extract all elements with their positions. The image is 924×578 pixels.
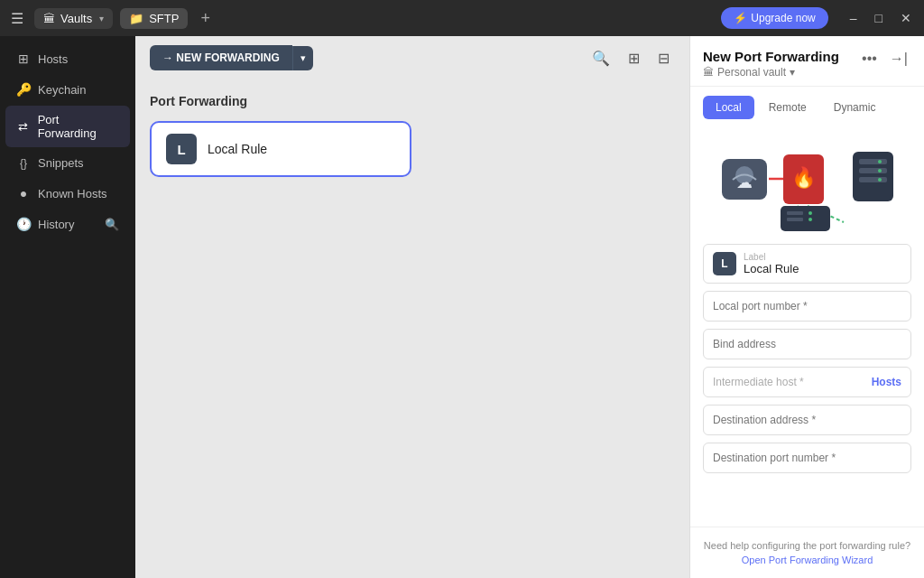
vault-tab[interactable]: 🏛 Vaults ▾ [34, 8, 113, 29]
svg-text:☁: ☁ [736, 173, 753, 191]
close-button[interactable]: ✕ [895, 9, 917, 27]
hosts-link-button[interactable]: Hosts [872, 376, 901, 388]
sidebar-item-label-port-forwarding: Port Forwarding [38, 113, 119, 140]
search-button[interactable]: 🔍 [587, 46, 615, 70]
sidebar-item-known-hosts[interactable]: ● Known Hosts [5, 179, 130, 208]
titlebar: ☰ 🏛 Vaults ▾ 📁 SFTP + ⚡ Upgrade now – □ … [0, 0, 924, 36]
panel-header: New Port Forwarding 🏛 Personal vault ▾ •… [690, 36, 924, 87]
label-caption: Label [744, 252, 799, 262]
destination-port-input[interactable] [703, 443, 911, 473]
panel-form: L Label Local Rule Intermediate host * H… [690, 244, 924, 527]
sidebar-item-label-hosts: Hosts [38, 52, 68, 66]
page-title: Port Forwarding [150, 94, 675, 108]
svg-point-12 [878, 178, 882, 182]
sftp-folder-icon: 📁 [129, 12, 143, 25]
hosts-icon: ⊞ [16, 51, 31, 66]
upgrade-icon: ⚡ [734, 12, 747, 24]
open-wizard-link[interactable]: Open Port Forwarding Wizard [703, 555, 911, 565]
window-controls: – □ ✕ [845, 9, 917, 27]
label-text-group: Label Local Rule [744, 252, 799, 275]
sidebar-item-label-snippets: Snippets [38, 156, 84, 170]
vault-tab-label: Vaults [60, 12, 92, 25]
sidebar-item-hosts[interactable]: ⊞ Hosts [5, 44, 130, 73]
sftp-tab[interactable]: 📁 SFTP [120, 8, 188, 29]
snippets-icon: {} [16, 157, 31, 170]
minimize-button[interactable]: – [845, 9, 863, 27]
known-hosts-icon: ● [16, 186, 31, 200]
destination-address-input[interactable] [703, 405, 911, 435]
svg-point-19 [808, 218, 812, 221]
panel-title: New Port Forwarding [703, 49, 839, 64]
keychain-icon: 🔑 [16, 82, 31, 97]
history-search-icon[interactable]: 🔍 [105, 218, 119, 231]
panel-header-actions: ••• →| [858, 49, 911, 69]
label-value: Local Rule [744, 262, 799, 275]
svg-rect-17 [787, 218, 803, 221]
add-tab-button[interactable]: + [195, 7, 216, 30]
svg-point-10 [878, 160, 882, 163]
content-area: → NEW FORWARDING ▾ 🔍 ⊞ ⊟ Port Forwarding… [135, 36, 689, 578]
tab-local[interactable]: Local [703, 96, 754, 119]
tab-dynamic[interactable]: Dynamic [821, 96, 889, 119]
port-forwarding-content: Port Forwarding L Local Rule [135, 79, 689, 578]
panel-tabs: Local Remote Dynamic [690, 87, 924, 119]
sidebar-item-port-forwarding[interactable]: ⇄ Port Forwarding [5, 106, 130, 147]
card-label: Local Rule [208, 142, 267, 156]
svg-rect-7 [859, 159, 887, 164]
intermediate-host-label: Intermediate host * [713, 376, 804, 388]
panel-illustration: ☁ 🔥 [690, 119, 924, 244]
layout-view-button[interactable]: ⊟ [652, 46, 675, 70]
panel-subtitle-chevron: ▾ [790, 66, 795, 79]
port-forwarding-diagram: ☁ 🔥 [713, 132, 902, 231]
sidebar-item-keychain[interactable]: 🔑 Keychain [5, 75, 130, 104]
sidebar-item-label-history: History [38, 218, 74, 231]
intermediate-host-row: Intermediate host * Hosts [703, 367, 911, 397]
upgrade-button[interactable]: ⚡ Upgrade now [721, 7, 827, 29]
panel-vault-icon: 🏛 [703, 66, 714, 79]
new-forwarding-button[interactable]: → NEW FORWARDING [150, 45, 292, 70]
sidebar-item-label-keychain: Keychain [38, 83, 86, 97]
sidebar-item-history[interactable]: 🕐 History 🔍 [5, 210, 130, 238]
tab-remote[interactable]: Remote [756, 96, 819, 119]
main-layout: ⊞ Hosts 🔑 Keychain ⇄ Port Forwarding {} … [0, 36, 924, 578]
panel-header-info: New Port Forwarding 🏛 Personal vault ▾ [703, 49, 839, 79]
right-panel: New Port Forwarding 🏛 Personal vault ▾ •… [689, 36, 924, 578]
bind-address-input[interactable] [703, 329, 911, 359]
svg-rect-9 [859, 177, 887, 182]
panel-footer: Need help configuring the port forwardin… [690, 527, 924, 578]
grid-view-button[interactable]: ⊞ [623, 46, 645, 70]
panel-vault-name: Personal vault [717, 66, 786, 79]
maximize-button[interactable]: □ [870, 9, 888, 27]
svg-point-11 [878, 169, 882, 172]
new-forwarding-button-group: → NEW FORWARDING ▾ [150, 45, 313, 70]
sidebar-item-label-known-hosts: Known Hosts [38, 187, 107, 200]
sidebar: ⊞ Hosts 🔑 Keychain ⇄ Port Forwarding {} … [0, 36, 135, 578]
vault-icon: 🏛 [43, 12, 55, 25]
upgrade-label: Upgrade now [751, 12, 815, 24]
history-icon: 🕐 [16, 217, 31, 231]
panel-more-button[interactable]: ••• [858, 49, 881, 69]
svg-point-18 [808, 211, 812, 215]
local-rule-card[interactable]: L Local Rule [150, 121, 411, 177]
sftp-tab-label: SFTP [149, 12, 179, 25]
port-forwarding-icon: ⇄ [16, 120, 31, 134]
new-forwarding-dropdown-button[interactable]: ▾ [292, 46, 313, 70]
local-port-input[interactable] [703, 291, 911, 322]
card-avatar: L [166, 134, 197, 164]
vault-dropdown-icon: ▾ [99, 14, 104, 23]
svg-rect-8 [859, 168, 887, 173]
toolbar: → NEW FORWARDING ▾ 🔍 ⊞ ⊟ [135, 36, 689, 79]
label-avatar: L [713, 252, 736, 275]
menu-button[interactable]: ☰ [7, 6, 27, 31]
panel-pin-button[interactable]: →| [886, 49, 911, 69]
footer-help-text: Need help configuring the port forwardin… [704, 540, 910, 551]
label-field-row: L Label Local Rule [703, 244, 911, 284]
sidebar-item-snippets[interactable]: {} Snippets [5, 149, 130, 177]
svg-rect-16 [787, 211, 803, 215]
svg-text:🔥: 🔥 [790, 165, 816, 190]
panel-subtitle: 🏛 Personal vault ▾ [703, 66, 839, 79]
